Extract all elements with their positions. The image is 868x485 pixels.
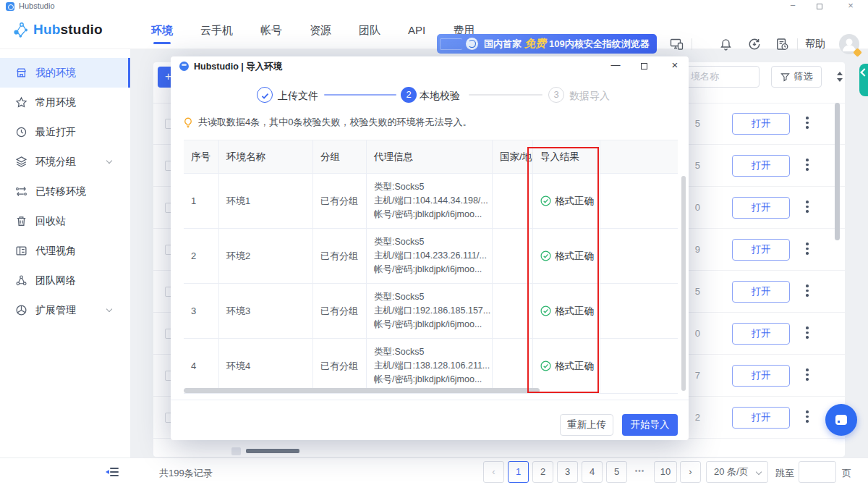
row-more-menu-icon[interactable] (806, 159, 809, 171)
row-text-fragment: 9 (689, 244, 700, 255)
log-history-icon[interactable] (773, 35, 791, 54)
open-button[interactable]: 打开 (732, 197, 790, 219)
page-button-1[interactable]: 1 (508, 461, 529, 483)
modal-titlebar: Hubstudio | 导入环境 — × (171, 56, 689, 75)
row-more-menu-icon[interactable] (806, 284, 809, 297)
step-2-label: 本地校验 (420, 90, 460, 103)
cell-proxy: 类型:Socks5主机/端口:104.233.26.111/...帐号/密码:j… (367, 229, 493, 284)
row-more-menu-icon[interactable] (806, 368, 809, 381)
user-avatar[interactable] (839, 34, 859, 54)
cell-country (493, 284, 533, 339)
help-link[interactable]: 帮助 (805, 38, 825, 51)
cell-index: 4 (184, 339, 219, 394)
open-button[interactable]: 打开 (732, 407, 790, 429)
start-import-button[interactable]: 开始导入 (622, 414, 678, 436)
window-minimize-button[interactable]: − (786, 0, 800, 13)
open-button[interactable]: 打开 (732, 281, 790, 303)
sidebar-item-recycle-bin[interactable]: 回收站 (0, 206, 130, 236)
customer-service-button[interactable] (825, 404, 857, 436)
screen-share-icon[interactable] (667, 35, 686, 54)
notification-bell-icon[interactable] (716, 35, 735, 54)
sidebar-item-environment-groups[interactable]: 环境分组 (0, 147, 130, 177)
cell-result: 格式正确 (533, 284, 600, 339)
collapse-sidebar-icon[interactable] (106, 467, 120, 478)
window-close-button[interactable]: × (843, 0, 858, 13)
sidebar-item-recently-opened[interactable]: 最近打开 (0, 117, 130, 147)
sidebar-item-proxy-view[interactable]: 代理视角 (0, 236, 130, 266)
modal-close-button[interactable]: × (668, 59, 682, 72)
open-button[interactable]: 打开 (732, 323, 790, 345)
next-page-button[interactable]: › (680, 461, 701, 483)
filter-button[interactable]: 筛选 (771, 66, 822, 88)
page-size-select[interactable]: 20 条/页 (706, 461, 768, 483)
page-button-4[interactable]: 4 (582, 461, 603, 483)
row-checkbox[interactable] (231, 447, 241, 455)
cell-result: 格式正确 (533, 174, 600, 229)
row-more-menu-icon[interactable] (806, 201, 809, 213)
banner-prefix: 国内首家 (484, 38, 522, 51)
row-text-fragment: 0 (689, 328, 700, 339)
import-preview-table: 序号 环境名称 分组 代理信息 国家/地区 导入结果 1 环境1 已有分组 类型… (184, 140, 678, 394)
sidebar-item-extension-management[interactable]: 扩展管理 (0, 295, 130, 325)
list-scrollbar[interactable] (835, 103, 840, 240)
sidebar-item-favorite-environments[interactable]: 常用环境 (0, 88, 130, 117)
step-2-indicator: 2 (401, 87, 417, 103)
menu-item-account[interactable]: 帐号 (258, 13, 285, 49)
page-button-5[interactable]: 5 (606, 461, 627, 483)
open-button[interactable]: 打开 (732, 113, 790, 135)
search-input[interactable]: 境名称 (686, 66, 760, 88)
check-circle-icon (540, 250, 551, 261)
modal-minimize-button[interactable]: — (608, 59, 623, 72)
open-button[interactable]: 打开 (732, 239, 790, 261)
menu-item-environment[interactable]: 环境 (148, 13, 176, 49)
step-3-label: 数据导入 (569, 90, 610, 103)
row-more-menu-icon[interactable] (806, 326, 809, 339)
chevron-down-icon (756, 469, 762, 475)
row-more-menu-icon[interactable] (806, 117, 809, 129)
jump-to-label: 跳至 (775, 467, 794, 480)
sidebar-item-label: 已转移环境 (35, 185, 86, 198)
sidebar-item-label: 扩展管理 (35, 304, 76, 317)
sidebar-item-team-network[interactable]: 团队网络 (0, 266, 130, 295)
menu-item-resource[interactable]: 资源 (307, 13, 334, 49)
row-more-menu-icon[interactable] (806, 242, 809, 255)
modal-maximize-button[interactable] (641, 63, 647, 69)
row-text-fragment: 2 (689, 412, 700, 423)
col-header-group: 分组 (313, 140, 367, 174)
menu-item-api[interactable]: API (405, 13, 428, 49)
row-text-fragment: 5 (689, 286, 700, 297)
open-button[interactable]: 打开 (732, 365, 790, 387)
table-horizontal-scrollbar[interactable] (184, 388, 540, 393)
jump-page-input[interactable] (799, 461, 836, 483)
step-connector-done (324, 94, 396, 96)
cell-index: 2 (184, 229, 219, 284)
menu-item-team[interactable]: 团队 (356, 13, 383, 49)
promo-banner[interactable]: 国内首家 免费 109内核安全指纹浏览器 (437, 34, 657, 54)
menu-item-cloudphone[interactable]: 云手机 (197, 13, 236, 49)
row-more-menu-icon[interactable] (806, 410, 809, 423)
open-button[interactable]: 打开 (732, 155, 790, 177)
sidebar-item-my-environments[interactable]: 我的环境 (0, 58, 130, 88)
page-button-2[interactable]: 2 (532, 461, 553, 483)
cell-group: 已有分组 (313, 229, 367, 284)
tip-text: 共读取数据4条，其中0条校验失败，校验失败的环境将无法导入。 (198, 116, 472, 129)
step-connector-pending (469, 94, 542, 96)
sort-control[interactable] (836, 70, 843, 83)
table-vertical-scrollbar[interactable] (681, 176, 686, 391)
prev-page-button[interactable]: ‹ (483, 461, 504, 483)
cell-result: 格式正确 (533, 229, 600, 284)
reupload-button[interactable]: 重新上传 (560, 414, 613, 436)
hubstudio-logo[interactable]: Hubstudio (12, 20, 103, 39)
clock-icon (15, 126, 27, 138)
sidebar-item-transferred-environments[interactable]: 已转移环境 (0, 177, 130, 206)
side-panel-tab[interactable] (859, 64, 868, 96)
extension-icon (15, 304, 27, 316)
cell-result: 格式正确 (533, 339, 600, 394)
window-maximize-button[interactable] (817, 4, 822, 9)
page-ellipsis[interactable]: ••• (629, 461, 650, 483)
cell-name: 环境4 (219, 339, 313, 394)
update-check-icon[interactable] (745, 35, 764, 54)
app-logo-icon (6, 2, 14, 11)
page-button-3[interactable]: 3 (557, 461, 578, 483)
page-button-10[interactable]: 10 (654, 461, 677, 483)
